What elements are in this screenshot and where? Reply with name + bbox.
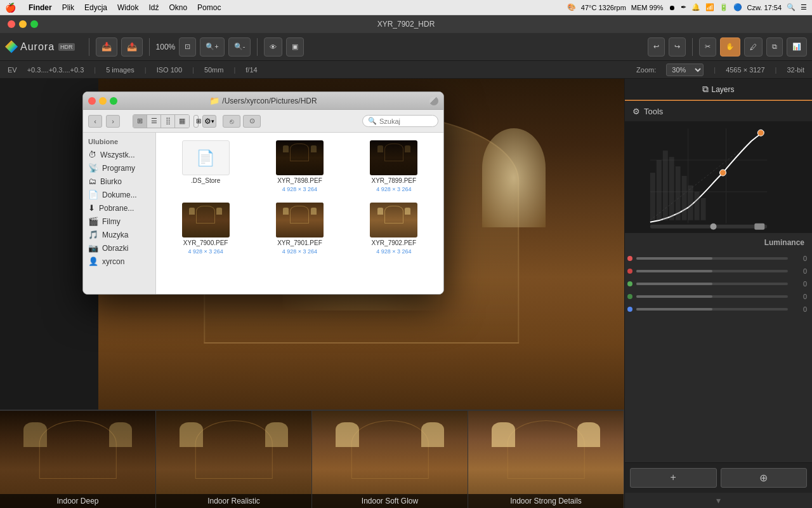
search-icon: 🔍 — [368, 117, 377, 125]
preview-button[interactable]: 👁 — [264, 37, 282, 57]
slider-fill-2 — [636, 283, 712, 285]
search-input[interactable] — [379, 117, 430, 125]
aurora-logo-icon — [5, 41, 18, 53]
menu-plik[interactable]: Plik — [62, 3, 74, 12]
fit-button[interactable]: ⊡ — [179, 37, 196, 57]
maximize-button[interactable] — [30, 20, 38, 28]
film-arch-4 — [507, 420, 585, 479]
sidebar-item-downloads[interactable]: ⬇ Pobrane... — [83, 201, 155, 215]
thumb-win-l-7899 — [377, 145, 383, 152]
menu-pomoc[interactable]: Pomoc — [197, 3, 221, 12]
sidebar-item-all[interactable]: ⏱ Wszystk... — [83, 148, 155, 161]
slider-dot-3 — [627, 294, 632, 299]
file-item-ds-store[interactable]: 📄 .DS_Store — [161, 138, 250, 195]
icon-view-button[interactable]: ⊞ — [133, 115, 147, 128]
menu-okno[interactable]: Okno — [169, 3, 187, 12]
compare-button[interactable]: ▣ — [286, 37, 304, 57]
view-mode-buttons: ⊞ ☰ ⣿ ▦ — [133, 114, 190, 128]
window-title: XYR_7902_HDR — [377, 20, 435, 29]
close-button[interactable] — [8, 20, 15, 28]
forward-button[interactable]: › — [106, 115, 120, 128]
sidebar-item-apps[interactable]: 📡 Programy — [83, 161, 155, 175]
iso-value: ISO 100 — [157, 66, 182, 74]
back-button[interactable]: ‹ — [88, 115, 102, 128]
film-item-indoor-deep[interactable]: Indoor Deep — [0, 411, 156, 508]
minimize-button[interactable] — [19, 20, 27, 28]
main-area: Indoor Deep Indoor Realistic Indoor Soft… — [0, 79, 812, 508]
view-options-button[interactable]: ⊞ ▾ — [193, 115, 199, 128]
file-item-7899[interactable]: XYR_7899.PEF 4 928 × 3 264 — [350, 138, 438, 195]
histogram-button[interactable]: 📊 — [787, 37, 807, 57]
compare-icon: ▣ — [292, 43, 298, 51]
export-button[interactable]: 📤 — [121, 37, 143, 57]
column-view-button[interactable]: ⣿ — [161, 115, 175, 128]
tab-layers[interactable]: ⧉ Layers — [625, 79, 812, 101]
tone-curve-svg[interactable] — [625, 122, 812, 233]
gallery-view-button[interactable]: ▦ — [175, 115, 189, 128]
zoom-select[interactable]: 30% 50% 100% — [666, 64, 704, 76]
dialog-close-button[interactable] — [88, 97, 96, 105]
church-window-right — [482, 128, 545, 227]
slider-track-1[interactable] — [636, 270, 788, 272]
menubar-search-icon[interactable]: 🔍 — [787, 3, 796, 11]
undo-button[interactable]: ↩ — [648, 37, 665, 57]
file-item-7900[interactable]: XYR_7900.PEF 4 928 × 3 264 — [161, 200, 250, 257]
zoom-out-button[interactable]: 🔍- — [228, 37, 251, 57]
zoom-in-button[interactable]: 🔍+ — [200, 37, 224, 57]
file-name-7899: XYR_7899.PEF — [372, 177, 417, 184]
sidebar-item-all-label: Wszystk... — [100, 150, 135, 159]
slider-track-2[interactable] — [636, 283, 788, 285]
sidebar-item-pictures[interactable]: 📷 Obrazki — [83, 241, 155, 255]
thumb-arch-7900 — [196, 206, 215, 224]
toolbar-separator-1 — [89, 38, 89, 56]
film-item-indoor-strong[interactable]: Indoor Strong Details — [468, 411, 624, 508]
slider-track-4[interactable] — [636, 308, 788, 311]
scroll-down-indicator[interactable]: ▾ — [625, 493, 812, 508]
action-menu-button[interactable]: ⚙ ▾ — [202, 115, 216, 128]
svg-rect-17 — [688, 185, 693, 220]
tag-button[interactable]: ⊙ — [243, 115, 261, 128]
tools-icon: ⚙ — [632, 107, 640, 116]
slider-track-0[interactable] — [636, 257, 788, 260]
slider-track-3[interactable] — [636, 295, 788, 298]
move-button[interactable]: ✋ — [720, 37, 740, 57]
menu-idz[interactable]: Idź — [148, 3, 159, 12]
film-item-indoor-soft-glow[interactable]: Indoor Soft Glow — [312, 411, 468, 508]
svg-rect-11 — [650, 173, 655, 220]
file-name-ds-store: .DS_Store — [191, 177, 220, 184]
tone-curve-area[interactable] — [625, 122, 812, 233]
list-view-button[interactable]: ☰ — [147, 115, 161, 128]
file-item-7898[interactable]: XYR_7898.PEF 4 928 × 3 264 — [255, 138, 344, 195]
dialog-minimize-button[interactable] — [99, 97, 107, 105]
menubar-menu-icon[interactable]: ☰ — [801, 3, 807, 11]
brush-button[interactable]: 🖊 — [744, 37, 763, 57]
menu-widok[interactable]: Widok — [117, 3, 138, 12]
apple-menu[interactable]: 🍎 — [5, 3, 16, 13]
redo-button[interactable]: ↪ — [669, 37, 686, 57]
crop-button[interactable]: ✂ — [699, 37, 716, 57]
file-item-7901[interactable]: XYR_7901.PEF 4 928 × 3 264 — [255, 200, 344, 257]
menu-finder[interactable]: Finder — [29, 3, 52, 12]
sidebar-item-music[interactable]: 🎵 Muzyka — [83, 228, 155, 241]
import-button[interactable]: 📥 — [96, 37, 117, 57]
dialog-maximize-button[interactable] — [110, 97, 117, 105]
file-item-7902[interactable]: XYR_7902.PEF 4 928 × 3 264 — [350, 200, 438, 257]
gear-icon: ⚙ — [204, 117, 211, 126]
menu-edycja[interactable]: Edycja — [84, 3, 107, 12]
sidebar-item-documents[interactable]: 📄 Dokume... — [83, 188, 155, 201]
sidebar-item-user[interactable]: 👤 xyrcon — [83, 255, 155, 268]
zoom-out-icon: 🔍- — [234, 43, 246, 51]
share-button[interactable]: ⎋ — [223, 115, 240, 128]
canvas-area[interactable]: Indoor Deep Indoor Realistic Indoor Soft… — [0, 79, 624, 508]
favorites-title: Ulubione — [83, 133, 155, 148]
add-layer-button[interactable]: + — [630, 468, 717, 488]
layers-button[interactable]: ⧉ — [766, 37, 783, 57]
copy-layer-button[interactable]: ⊕ — [721, 468, 808, 488]
dialog-body: Ulubione ⏱ Wszystk... 📡 Programy 🗂 Biurk… — [83, 133, 443, 295]
zoom-label: Zoom: — [636, 66, 656, 74]
dialog-titlebar: 📁 /Users/xyrcon/Pictures/HDR — [83, 92, 443, 110]
sidebar-item-movies[interactable]: 🎬 Filmy — [83, 215, 155, 228]
sidebar-item-desktop[interactable]: 🗂 Biurko — [83, 175, 155, 188]
film-item-indoor-realistic[interactable]: Indoor Realistic — [156, 411, 312, 508]
dialog-resize-handle[interactable] — [429, 97, 438, 105]
